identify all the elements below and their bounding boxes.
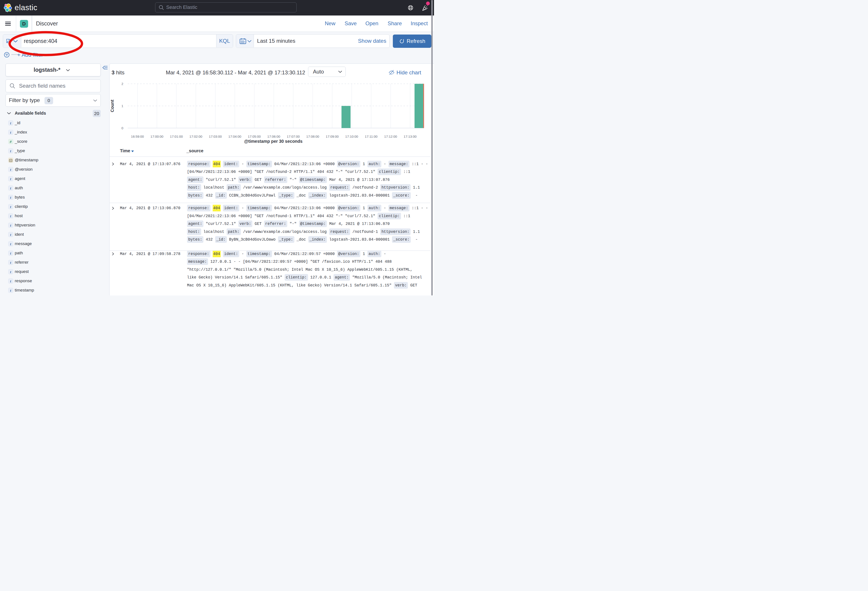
svg-text:17:04:00: 17:04:00 xyxy=(229,134,241,138)
svg-text:2: 2 xyxy=(121,82,123,86)
svg-text:17:00:00: 17:00:00 xyxy=(151,134,163,138)
svg-text:@timestamp per 30 seconds: @timestamp per 30 seconds xyxy=(244,139,303,144)
svg-text:0: 0 xyxy=(121,126,123,130)
svg-text:17:09:00: 17:09:00 xyxy=(326,134,339,138)
svg-text:Count: Count xyxy=(110,100,115,112)
svg-text:17:13:00: 17:13:00 xyxy=(404,134,416,138)
svg-text:16:59:00: 16:59:00 xyxy=(131,134,144,138)
svg-text:17:02:00: 17:02:00 xyxy=(189,134,202,138)
svg-text:17:08:00: 17:08:00 xyxy=(306,134,319,138)
svg-text:17:01:00: 17:01:00 xyxy=(170,134,183,138)
svg-text:17:11:00: 17:11:00 xyxy=(365,134,377,138)
svg-text:17:10:00: 17:10:00 xyxy=(345,134,358,138)
svg-text:17:03:00: 17:03:00 xyxy=(209,134,222,138)
svg-text:1: 1 xyxy=(121,104,123,108)
svg-text:17:12:00: 17:12:00 xyxy=(384,134,397,138)
svg-text:17:07:00: 17:07:00 xyxy=(287,134,300,138)
svg-text:17:05:00: 17:05:00 xyxy=(248,134,261,138)
svg-text:17:06:00: 17:06:00 xyxy=(267,134,280,138)
